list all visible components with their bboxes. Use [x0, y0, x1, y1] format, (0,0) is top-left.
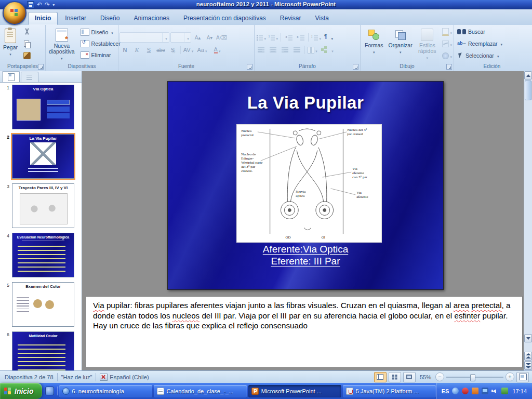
change-case-button[interactable]: Aa: [195, 45, 209, 56]
new-slide-button[interactable]: Nueva diapositiva: [47, 26, 77, 61]
find-button[interactable]: Buscar: [455, 26, 487, 37]
tab-vista[interactable]: Vista: [309, 12, 336, 25]
line-spacing-button[interactable]: [311, 32, 322, 43]
powerpoint-tray-icon[interactable]: [472, 388, 478, 394]
align-right-button[interactable]: [280, 45, 290, 56]
quick-launch-icon[interactable]: [45, 387, 54, 395]
taskbar-button-5-java-tm-2-platform-[interactable]: 5 Java(TM) 2 Platform ...: [343, 385, 436, 397]
align-left-button[interactable]: [256, 45, 267, 56]
dialog-launcher-icon[interactable]: [247, 64, 252, 70]
slide-diagram-image[interactable]: Núcleopretectal Núcleo del 3°par craneal…: [236, 124, 382, 243]
scroll-down-button[interactable]: [524, 334, 532, 342]
tab-insertar[interactable]: Insertar: [58, 12, 93, 25]
font-color-button[interactable]: A: [210, 45, 224, 56]
zoom-slider-thumb[interactable]: [470, 374, 475, 381]
slide-sorter-button[interactable]: [389, 372, 401, 382]
numbering-button[interactable]: [268, 32, 278, 43]
dialog-launcher-icon[interactable]: [446, 64, 452, 70]
slides-tab[interactable]: [2, 71, 20, 82]
text-shadow-button[interactable]: S: [167, 45, 178, 56]
next-slide-button[interactable]: [524, 361, 532, 370]
layout-button[interactable]: Diseño: [78, 27, 123, 37]
customize-qat-icon[interactable]: ▾: [52, 3, 55, 7]
text-direction-button[interactable]: [323, 32, 334, 43]
vertical-scrollbar[interactable]: [524, 71, 532, 370]
language-status[interactable]: Español (Chile): [110, 374, 149, 380]
format-painter-button[interactable]: [21, 50, 32, 61]
slide-thumbnail[interactable]: Via Optica: [12, 85, 74, 129]
fit-slide-button[interactable]: [516, 372, 529, 382]
slide-title[interactable]: La Via Pupilar: [168, 93, 443, 113]
replace-button[interactable]: Reemplazar: [455, 38, 504, 49]
font-name-combobox[interactable]: [119, 32, 169, 43]
tab-revisar[interactable]: Revisar: [273, 12, 308, 25]
zoom-in-button[interactable]: +: [506, 373, 514, 381]
taskbar-button-microsoft-powerpoint-[interactable]: Microsoft PowerPoint ...: [248, 385, 341, 397]
select-button[interactable]: Seleccionar: [455, 50, 501, 61]
cut-button[interactable]: [21, 26, 32, 37]
volume-icon[interactable]: [491, 388, 498, 394]
language-indicator[interactable]: ES: [442, 388, 449, 394]
redo-icon[interactable]: ↷: [45, 2, 50, 8]
justify-button[interactable]: [291, 45, 302, 56]
decrease-indent-button[interactable]: [283, 32, 294, 43]
antivirus-icon[interactable]: [462, 388, 469, 394]
slide-caption-aferente[interactable]: Aferente:Via Optica: [168, 244, 443, 255]
start-button[interactable]: Inicio: [0, 383, 42, 399]
bullets-button[interactable]: [256, 32, 267, 43]
taskbar-button-calendario-de-clase-[interactable]: Calendario_de_clase_-_...: [154, 385, 247, 397]
tab-diseno[interactable]: Diseño: [94, 12, 126, 25]
arrange-button[interactable]: Organizar: [387, 26, 415, 61]
tab-animaciones[interactable]: Animaciones: [127, 12, 176, 25]
scroll-up-button[interactable]: [524, 71, 532, 79]
bold-button[interactable]: N: [119, 45, 130, 56]
slide-thumbnail[interactable]: Examen del Color: [12, 282, 74, 327]
slide-thumbnail[interactable]: Motilidad Ocular: [12, 331, 74, 370]
slide-thumbnail[interactable]: Evaluacion Neuroftalmológica: [12, 233, 74, 277]
tab-presentacion-con-diapositivas[interactable]: Presentación con diapositivas: [177, 12, 273, 25]
shape-outline-button[interactable]: [442, 38, 453, 49]
spellcheck-icon[interactable]: [100, 374, 108, 381]
quick-styles-button[interactable]: Estilos rápidos: [415, 26, 440, 61]
slide-thumbnail[interactable]: Trayecto Pares III, IV y VI: [12, 183, 74, 228]
previous-slide-button[interactable]: [524, 352, 532, 361]
normal-view-button[interactable]: [374, 372, 387, 382]
notes-splitter[interactable]: [82, 292, 524, 296]
shapes-button[interactable]: Formas: [362, 26, 387, 61]
underline-button[interactable]: S: [143, 45, 154, 56]
shrink-font-button[interactable]: A▾: [204, 32, 215, 43]
zoom-slider[interactable]: [446, 373, 503, 381]
save-icon[interactable]: [27, 1, 34, 8]
font-size-combobox[interactable]: [170, 32, 191, 43]
messenger-icon[interactable]: [452, 388, 459, 394]
copy-button[interactable]: [21, 38, 32, 49]
shape-effects-button[interactable]: [442, 50, 453, 61]
paste-button[interactable]: Pegar: [1, 26, 20, 61]
dialog-launcher-icon[interactable]: [38, 64, 44, 70]
dialog-launcher-icon[interactable]: [353, 64, 358, 70]
update-icon[interactable]: [501, 388, 508, 394]
zoom-out-button[interactable]: −: [435, 373, 444, 381]
align-center-button[interactable]: [268, 45, 278, 56]
reset-button[interactable]: Restablecer: [78, 38, 123, 49]
undo-icon[interactable]: ↶: [37, 2, 42, 8]
increase-indent-button[interactable]: [295, 32, 306, 43]
slide-canvas[interactable]: La Via Pupilar: [167, 81, 444, 290]
strikethrough-button[interactable]: abe: [155, 45, 166, 56]
notes-pane[interactable]: Via pupilar: fibras pupilares aferentes …: [86, 296, 523, 368]
office-button[interactable]: [3, 1, 26, 25]
shape-fill-button[interactable]: [442, 26, 453, 37]
network-icon[interactable]: [482, 388, 488, 394]
italic-button[interactable]: K: [131, 45, 142, 56]
tab-inicio[interactable]: Inicio: [28, 12, 58, 25]
grow-font-button[interactable]: A▴: [192, 32, 203, 43]
delete-slide-button[interactable]: Eliminar: [78, 50, 123, 60]
character-spacing-button[interactable]: AV: [183, 45, 194, 56]
slideshow-button[interactable]: [403, 372, 416, 382]
slide-caption-eferente[interactable]: Eferente: III Par: [168, 256, 443, 267]
scrollbar-thumb[interactable]: [525, 81, 531, 100]
taskbar-button-6-neurooftalmologia[interactable]: 6. neurooftalmología: [59, 385, 152, 397]
slide-thumbnail[interactable]: La Via Pupilar: [12, 134, 74, 179]
convert-smartart-button[interactable]: [319, 45, 336, 56]
outline-tab[interactable]: [21, 72, 38, 82]
